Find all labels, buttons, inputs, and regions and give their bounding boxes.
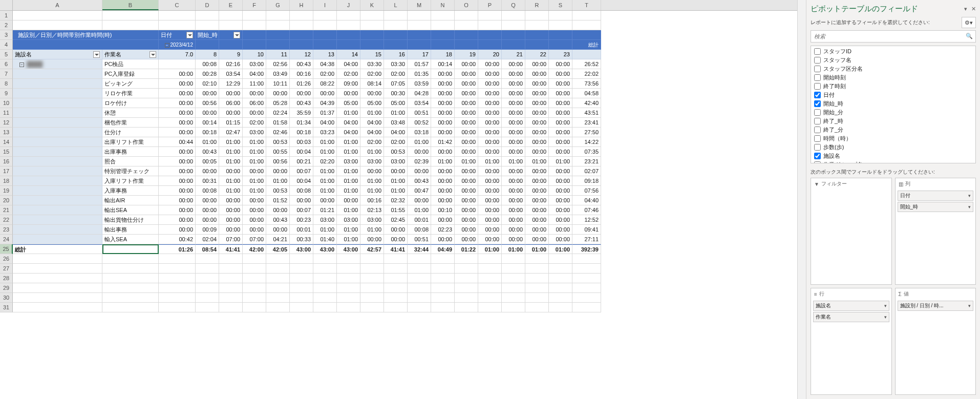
cell[interactable] (478, 20, 502, 30)
cell[interactable] (102, 254, 159, 264)
cell[interactable] (408, 303, 431, 312)
cell[interactable] (243, 293, 266, 303)
column-header-E[interactable]: E (219, 0, 243, 10)
cell[interactable] (266, 283, 290, 293)
cell[interactable] (408, 20, 431, 30)
cell[interactable] (13, 303, 102, 312)
cell[interactable] (219, 283, 243, 293)
row-header-10[interactable]: 10 (0, 98, 13, 108)
row-header-5[interactable]: 5 (0, 50, 13, 59)
cell[interactable] (266, 293, 290, 303)
cell[interactable] (431, 264, 455, 274)
cell[interactable] (337, 293, 360, 303)
cell[interactable] (219, 264, 243, 274)
row-header-26[interactable]: 26 (0, 254, 13, 264)
column-header-L[interactable]: L (384, 0, 408, 10)
cell[interactable] (337, 20, 360, 30)
cell[interactable] (502, 20, 525, 30)
cell[interactable] (159, 274, 196, 283)
field-item[interactable]: スタッフ区分名 (811, 65, 975, 73)
cell[interactable] (478, 254, 502, 264)
cell[interactable] (502, 283, 525, 293)
column-header-T[interactable]: T (572, 0, 601, 10)
cell[interactable] (572, 11, 601, 20)
cell[interactable] (196, 303, 219, 312)
cell[interactable] (455, 20, 478, 30)
cell[interactable] (455, 254, 478, 264)
cell[interactable] (525, 274, 549, 283)
cell[interactable] (502, 11, 525, 20)
cell[interactable] (384, 274, 408, 283)
cell[interactable] (549, 264, 572, 274)
cell[interactable] (384, 20, 408, 30)
cell[interactable] (159, 293, 196, 303)
cell[interactable] (360, 20, 384, 30)
field-item[interactable]: 歩数(歩) (811, 143, 975, 152)
cell[interactable] (159, 283, 196, 293)
column-header-H[interactable]: H (290, 0, 313, 10)
field-checkbox[interactable] (814, 66, 821, 72)
column-header-M[interactable]: M (408, 0, 431, 10)
cell[interactable] (290, 11, 313, 20)
cell[interactable] (360, 293, 384, 303)
cell[interactable] (266, 11, 290, 20)
cell[interactable] (384, 254, 408, 264)
column-header-S[interactable]: S (549, 0, 572, 10)
cell[interactable] (549, 11, 572, 20)
field-search-input[interactable] (811, 30, 976, 43)
cell[interactable] (384, 283, 408, 293)
cell[interactable] (290, 264, 313, 274)
facility-filter-dropdown[interactable] (93, 51, 100, 58)
row-header-14[interactable]: 14 (0, 137, 13, 147)
cell[interactable] (219, 293, 243, 303)
column-header-D[interactable]: D (196, 0, 219, 10)
row-header-18[interactable]: 18 (0, 176, 13, 186)
facility-cell[interactable]: − ████ (13, 59, 102, 69)
cell[interactable] (243, 283, 266, 293)
cell[interactable] (525, 11, 549, 20)
row-header-1[interactable]: 1 (0, 11, 13, 20)
field-item[interactable]: 日付 (811, 91, 975, 99)
hour-filter-dropdown[interactable] (233, 32, 240, 38)
field-list[interactable]: スタッフIDスタッフ名スタッフ区分名開始時刻終了時刻日付開始_時開始_分終了_時… (811, 46, 976, 163)
filters-dropzone[interactable]: ▼フィルター (811, 178, 892, 285)
drop-field-item[interactable]: 作業名▾ (813, 312, 889, 322)
cell[interactable] (313, 283, 337, 293)
cell[interactable] (196, 283, 219, 293)
cell[interactable] (431, 11, 455, 20)
row-header-3[interactable]: 3 (0, 30, 13, 40)
cell[interactable] (266, 20, 290, 30)
row-header-25[interactable]: 25 (0, 244, 13, 254)
collapse-date-button[interactable]: − (165, 43, 169, 48)
field-checkbox[interactable] (814, 127, 821, 133)
values-dropzone[interactable]: Σ値 施設別 / 日別 / 時...▾ (895, 288, 976, 395)
cell[interactable] (290, 293, 313, 303)
cell[interactable] (313, 303, 337, 312)
field-checkbox[interactable] (814, 118, 821, 124)
cell[interactable] (502, 264, 525, 274)
cell[interactable] (455, 274, 478, 283)
cell[interactable] (525, 20, 549, 30)
panel-dropdown-icon[interactable]: ▾ (964, 6, 967, 12)
column-header-K[interactable]: K (360, 0, 384, 10)
row-header-12[interactable]: 12 (0, 118, 13, 128)
cell[interactable] (219, 274, 243, 283)
cell[interactable] (525, 254, 549, 264)
cell[interactable] (159, 303, 196, 312)
column-header-J[interactable]: J (337, 0, 360, 10)
field-item[interactable]: 開始_分 (811, 108, 975, 117)
row-header-22[interactable]: 22 (0, 215, 13, 225)
cell[interactable] (360, 254, 384, 264)
cell[interactable] (337, 254, 360, 264)
cell[interactable] (266, 254, 290, 264)
field-checkbox[interactable] (814, 153, 821, 159)
cell[interactable] (360, 264, 384, 274)
cell[interactable] (13, 20, 102, 30)
cell[interactable] (219, 254, 243, 264)
field-item[interactable]: 終了_分 (811, 125, 975, 134)
cell[interactable] (549, 254, 572, 264)
row-header-29[interactable]: 29 (0, 283, 13, 293)
cell[interactable] (455, 11, 478, 20)
cell[interactable] (243, 303, 266, 312)
cell[interactable] (384, 293, 408, 303)
